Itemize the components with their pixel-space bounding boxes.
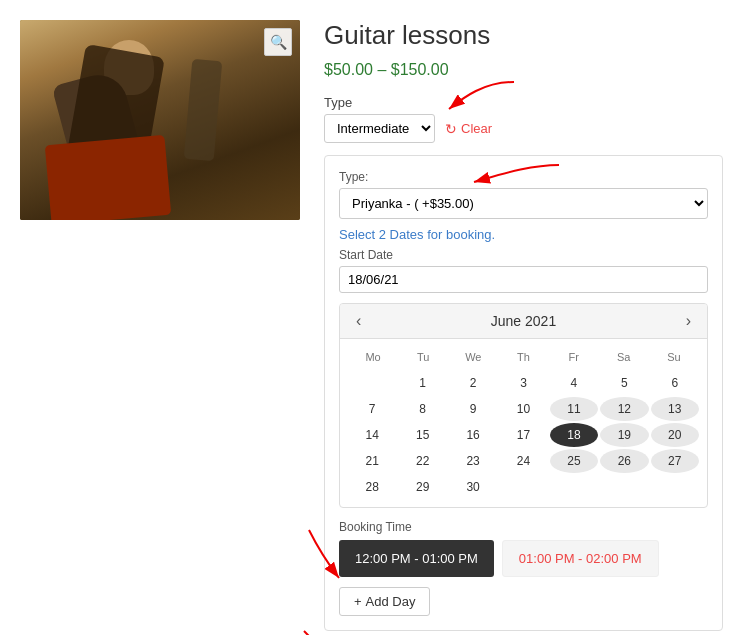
- booking-card: Type: Priyanka - ( +$35.00) Select 2 Dat…: [324, 155, 723, 631]
- start-date-input[interactable]: [339, 266, 708, 293]
- start-date-label: Start Date: [339, 248, 708, 262]
- weekday-mo: Mo: [348, 347, 398, 367]
- calendar-day: [499, 475, 547, 499]
- product-image-wrapper: 🔍: [20, 20, 300, 220]
- calendar-day[interactable]: 16: [449, 423, 497, 447]
- calendar: ‹ June 2021 › Mo Tu We Th Fr Sa Su: [339, 303, 708, 508]
- weekday-we: We: [448, 347, 498, 367]
- calendar-day: [348, 371, 396, 395]
- person-dropdown[interactable]: Priyanka - ( +$35.00): [339, 188, 708, 219]
- right-panel: Guitar lessons $50.00 – $150.00 Type Int: [324, 20, 723, 635]
- calendar-day[interactable]: 29: [398, 475, 446, 499]
- calendar-day[interactable]: 21: [348, 449, 396, 473]
- time-slot-2[interactable]: 01:00 PM - 02:00 PM: [502, 540, 659, 577]
- weekday-tu: Tu: [398, 347, 448, 367]
- weekday-su: Su: [649, 347, 699, 367]
- calendar-day[interactable]: 9: [449, 397, 497, 421]
- magnify-button[interactable]: 🔍: [264, 28, 292, 56]
- calendar-day[interactable]: 11: [550, 397, 598, 421]
- calendar-day[interactable]: 22: [398, 449, 446, 473]
- calendar-day[interactable]: 1: [398, 371, 446, 395]
- add-day-label: Add Day: [366, 594, 416, 609]
- calendar-day[interactable]: 24: [499, 449, 547, 473]
- calendar-day[interactable]: 30: [449, 475, 497, 499]
- product-title: Guitar lessons: [324, 20, 723, 51]
- next-month-button[interactable]: ›: [682, 312, 695, 330]
- booking-time-label: Booking Time: [339, 520, 708, 534]
- type-dropdown[interactable]: Intermediate: [324, 114, 435, 143]
- clear-button[interactable]: ↻ Clear: [445, 121, 492, 137]
- calendar-days: 1234567891011121314151617181920212223242…: [348, 371, 699, 499]
- calendar-day[interactable]: 19: [600, 423, 648, 447]
- calendar-day[interactable]: 18: [550, 423, 598, 447]
- calendar-day[interactable]: 5: [600, 371, 648, 395]
- calendar-day[interactable]: 26: [600, 449, 648, 473]
- calendar-day[interactable]: 15: [398, 423, 446, 447]
- inner-type-label: Type:: [339, 170, 708, 184]
- calendar-day[interactable]: 3: [499, 371, 547, 395]
- product-price: $50.00 – $150.00: [324, 61, 723, 79]
- calendar-day[interactable]: 6: [651, 371, 699, 395]
- calendar-day: [550, 475, 598, 499]
- add-day-icon: +: [354, 594, 362, 609]
- type-outer-label: Type: [324, 95, 723, 110]
- calendar-day[interactable]: 4: [550, 371, 598, 395]
- calendar-day[interactable]: 23: [449, 449, 497, 473]
- calendar-day[interactable]: 17: [499, 423, 547, 447]
- time-slots: 12:00 PM - 01:00 PM 01:00 PM - 02:00 PM: [339, 540, 708, 577]
- magnify-icon: 🔍: [270, 34, 287, 50]
- product-image: [20, 20, 300, 220]
- prev-month-button[interactable]: ‹: [352, 312, 365, 330]
- product-image-panel: 🔍: [20, 20, 300, 635]
- calendar-day[interactable]: 28: [348, 475, 396, 499]
- calendar-grid: Mo Tu We Th Fr Sa Su 1234567891011121314…: [340, 339, 707, 507]
- refresh-icon: ↻: [445, 121, 457, 137]
- calendar-day[interactable]: 27: [651, 449, 699, 473]
- calendar-month-year: June 2021: [491, 313, 556, 329]
- add-day-button[interactable]: + Add Day: [339, 587, 430, 616]
- calendar-weekdays: Mo Tu We Th Fr Sa Su: [348, 347, 699, 367]
- calendar-day[interactable]: 13: [651, 397, 699, 421]
- calendar-day[interactable]: 8: [398, 397, 446, 421]
- calendar-day[interactable]: 25: [550, 449, 598, 473]
- time-slot-1[interactable]: 12:00 PM - 01:00 PM: [339, 540, 494, 577]
- calendar-day[interactable]: 12: [600, 397, 648, 421]
- calendar-day[interactable]: 14: [348, 423, 396, 447]
- calendar-day: [600, 475, 648, 499]
- calendar-header: ‹ June 2021 ›: [340, 304, 707, 339]
- weekday-th: Th: [498, 347, 548, 367]
- calendar-day[interactable]: 2: [449, 371, 497, 395]
- clear-label: Clear: [461, 121, 492, 136]
- calendar-day[interactable]: 7: [348, 397, 396, 421]
- type-section: Type Intermediate ↻ Clear: [324, 95, 723, 143]
- select-dates-text: Select 2 Dates for booking.: [339, 227, 708, 242]
- type-row: Intermediate ↻ Clear: [324, 114, 723, 143]
- calendar-day: [651, 475, 699, 499]
- calendar-day[interactable]: 20: [651, 423, 699, 447]
- calendar-day[interactable]: 10: [499, 397, 547, 421]
- weekday-fr: Fr: [549, 347, 599, 367]
- weekday-sa: Sa: [599, 347, 649, 367]
